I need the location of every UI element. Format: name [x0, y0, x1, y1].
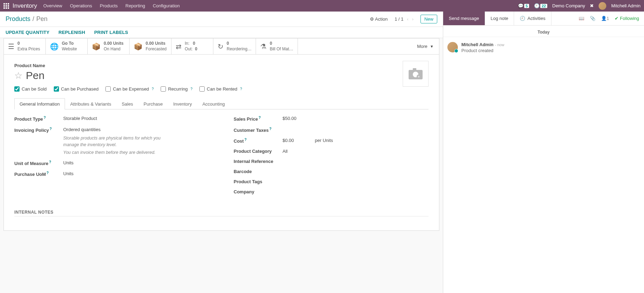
book-icon[interactable]: 📖: [579, 16, 584, 21]
tools-icon[interactable]: ✖: [590, 3, 594, 8]
replenish-button[interactable]: REPLENISH: [59, 30, 85, 35]
menu-products[interactable]: Products: [100, 3, 118, 8]
cost-value[interactable]: $0.00per Units: [283, 138, 429, 144]
barcode-label: Barcode: [234, 169, 283, 174]
stat-on-hand[interactable]: 📦0.00 UnitsOn Hand: [88, 38, 130, 54]
recurring[interactable]: Recurring?: [161, 86, 192, 92]
log-time: - now: [495, 43, 504, 47]
top-nav: Inventory Overview Operations Products R…: [0, 0, 644, 12]
log-entry: Mitchell Admin- now Product created: [443, 41, 644, 55]
product-image[interactable]: +: [403, 61, 429, 87]
main-menu: Overview Operations Products Reporting C…: [43, 3, 180, 8]
tab-general[interactable]: General Information: [14, 98, 65, 109]
menu-operations[interactable]: Operations: [70, 3, 92, 8]
customer-taxes-label: Customer Taxes?: [234, 127, 283, 133]
product-name-label: Product Name: [14, 63, 429, 68]
company-label: Company: [234, 189, 283, 194]
purchase-uom-label: Purchase UoM?: [14, 171, 63, 177]
apps-icon[interactable]: [3, 3, 9, 9]
menu-overview[interactable]: Overview: [43, 3, 62, 8]
can-be-rented[interactable]: Can be Rented?: [199, 86, 242, 92]
update-quantity-button[interactable]: UPDATE QUANTITY: [6, 30, 50, 35]
tags-label: Product Tags: [234, 179, 283, 184]
svg-rect-1: [413, 68, 416, 71]
help-note-2: You can invoice them before they are del…: [14, 149, 164, 156]
product-name[interactable]: Pen: [26, 70, 44, 81]
tab-purchase[interactable]: Purchase: [138, 98, 168, 109]
favorite-star[interactable]: ☆: [14, 70, 22, 81]
stat-goto-website[interactable]: 🌐Go ToWebsite: [46, 38, 88, 54]
svg-text:+: +: [418, 74, 420, 79]
log-author[interactable]: Mitchell Admin: [461, 42, 493, 47]
followers-count[interactable]: 👤1: [601, 16, 609, 21]
new-button[interactable]: New: [420, 15, 437, 23]
activities-button[interactable]: 🕘Activities: [514, 12, 551, 25]
following-button[interactable]: ✔ Following: [615, 16, 639, 21]
tab-attributes[interactable]: Attributes & Variants: [65, 98, 117, 109]
uom-label: Unit of Measure?: [14, 160, 63, 166]
print-labels-button[interactable]: PRINT LABELS: [94, 30, 128, 35]
log-avatar[interactable]: [447, 42, 458, 52]
tab-accounting[interactable]: Accounting: [197, 98, 230, 109]
help-note-1: Storable products are physical items for…: [14, 135, 164, 148]
sales-price-label: Sales Price?: [234, 116, 283, 122]
user-avatar[interactable]: [599, 2, 606, 10]
product-type-value[interactable]: Storable Product: [63, 116, 209, 122]
pager-prev[interactable]: ‹: [407, 16, 408, 22]
chatter-toolbar: Send message Log note 🕘Activities 📖 📎 👤1…: [443, 12, 644, 26]
product-options: Can be Sold Can be Purchased Can be Expe…: [14, 86, 429, 92]
internal-ref-label: Internal Reference: [234, 159, 283, 164]
app-brand[interactable]: Inventory: [13, 2, 37, 9]
log-message: Product created: [461, 48, 504, 53]
send-message-button[interactable]: Send message: [443, 12, 485, 25]
action-menu[interactable]: ⚙ Action: [370, 16, 388, 22]
purchase-uom-value[interactable]: Units: [63, 171, 209, 177]
stat-bom[interactable]: ⚗0Bill Of Mat…: [256, 38, 298, 54]
barcode-value[interactable]: [283, 169, 429, 174]
stat-extra-prices[interactable]: ☰0Extra Prices: [4, 38, 46, 54]
pager-next[interactable]: ›: [412, 16, 414, 22]
invoicing-policy-label: Invoicing Policy?: [14, 127, 63, 133]
breadcrumb-root[interactable]: Products: [6, 15, 30, 22]
user-name[interactable]: Mitchell Admin: [611, 3, 641, 8]
globe-icon: 🌐: [50, 42, 59, 51]
can-be-purchased[interactable]: Can be Purchased: [54, 86, 99, 92]
product-type-label: Product Type?: [14, 116, 63, 122]
menu-configuration[interactable]: Configuration: [153, 3, 180, 8]
uom-value[interactable]: Units: [63, 160, 209, 166]
company-value[interactable]: [283, 189, 429, 194]
refresh-icon: ↻: [218, 42, 224, 51]
page-header: Products/Pen ⚙ Action 1 / 1 ‹ › New: [0, 12, 443, 27]
stat-buttons: ☰0Extra Prices 🌐Go ToWebsite 📦0.00 Units…: [3, 38, 439, 55]
sales-price-value[interactable]: $50.00: [283, 116, 429, 122]
flask-icon: ⚗: [260, 42, 266, 51]
form-tabs: General Information Attributes & Variant…: [14, 98, 429, 109]
stat-in-out[interactable]: ⇄In: 0Out: 0: [171, 38, 213, 54]
tags-value[interactable]: [283, 179, 429, 184]
breadcrumb-current: Pen: [36, 15, 47, 22]
tab-inventory[interactable]: Inventory: [168, 98, 197, 109]
boxes-icon: 📦: [134, 42, 142, 51]
tab-sales[interactable]: Sales: [116, 98, 138, 109]
can-be-sold[interactable]: Can be Sold: [14, 86, 47, 92]
menu-reporting[interactable]: Reporting: [125, 3, 145, 8]
internal-notes-header: INTERNAL NOTES: [14, 210, 429, 216]
can-be-expensed[interactable]: Can be Expensed?: [105, 86, 154, 92]
invoicing-policy-value[interactable]: Ordered quantities: [63, 127, 209, 133]
internal-ref-value[interactable]: [283, 159, 429, 164]
attachment-icon[interactable]: 📎: [590, 16, 595, 21]
clock-icon: 🕘: [520, 16, 525, 21]
company-switcher[interactable]: Demo Company: [552, 3, 585, 8]
command-bar: UPDATE QUANTITY REPLENISH PRINT LABELS: [0, 27, 443, 38]
stat-forecasted[interactable]: 📦0.00 UnitsForecasted: [130, 38, 171, 54]
stat-more[interactable]: More ▾: [411, 38, 439, 54]
category-value[interactable]: All: [283, 149, 429, 154]
log-note-button[interactable]: Log note: [485, 12, 514, 25]
customer-taxes-value[interactable]: [283, 127, 429, 133]
cost-label: Cost?: [234, 138, 283, 144]
messages-icon[interactable]: 💬5: [518, 3, 529, 8]
stat-reordering[interactable]: ↻0Reordering…: [213, 38, 256, 54]
activities-icon[interactable]: 🕘22: [534, 3, 547, 8]
log-date-separator: Today: [443, 26, 644, 37]
boxes-icon: 📦: [92, 42, 101, 51]
